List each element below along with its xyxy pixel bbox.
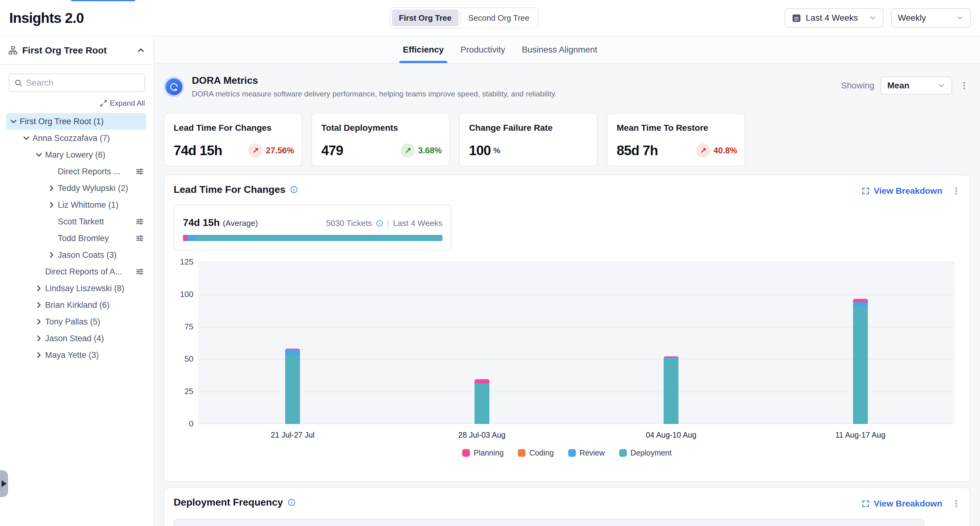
tree-item-label: Scott Tarkett — [58, 217, 104, 226]
tree-item-scott-tarkett[interactable]: Scott Tarkett — [6, 213, 146, 230]
legend-swatch — [568, 449, 576, 457]
chevron-right-icon[interactable] — [33, 282, 45, 295]
chevron-right-icon[interactable] — [33, 299, 45, 311]
info-icon[interactable] — [290, 185, 298, 194]
tree-item-jason-coats-3[interactable]: Jason Coats (3) — [6, 247, 146, 263]
tree-item-brian-kirkland-6[interactable]: Brian Kirkland (6) — [6, 297, 146, 313]
metric-card-bottom: 74d 15h↗27.56% — [173, 143, 294, 158]
tree-item-label: Brian Kirkland (6) — [45, 300, 110, 310]
filter-sliders-icon[interactable] — [135, 267, 146, 276]
average-value: 74d 15h — [183, 217, 220, 228]
tree-item-label: Jason Coats (3) — [58, 250, 117, 260]
chevron-right-icon[interactable] — [45, 199, 58, 211]
gridline-100 — [198, 295, 955, 295]
tree-item-label: Tony Pallas (5) — [45, 317, 100, 327]
sidebar-expand-handle[interactable] — [0, 470, 8, 497]
tabs: EfficiencyProductivityBusiness Alignment — [399, 37, 601, 63]
tree-item-mary-lowery-6[interactable]: Mary Lowery (6) — [6, 147, 146, 163]
org-chart-icon — [8, 45, 18, 55]
metric-card-value: 479 — [321, 143, 343, 158]
topbar-controls: Last 4 Weeks Weekly — [785, 8, 971, 27]
metric-card-total-deployments: Total Deployments479↗3.68% — [312, 113, 450, 166]
lead-time-kebab-menu-icon[interactable] — [950, 185, 962, 197]
chart-bar-21-jul-27-jul[interactable] — [285, 349, 300, 424]
app-root: Insights 2.0 First Org TreeSecond Org Tr… — [0, 0, 980, 526]
sidebar-collapse-chevron-icon[interactable] — [136, 46, 146, 55]
tree-item-jason-stead-4[interactable]: Jason Stead (4) — [6, 330, 146, 347]
tab-business-alignment[interactable]: Business Alignment — [518, 37, 601, 63]
chevron-down-icon — [956, 14, 964, 22]
metric-card-delta-value: 27.56% — [266, 146, 294, 155]
aggregation-select[interactable]: Mean — [881, 77, 952, 94]
expand-all-button[interactable]: Expand All — [9, 99, 145, 108]
bar-segment-review — [285, 349, 300, 355]
metric-card-delta: ↗40.8% — [696, 143, 737, 158]
legend-label: Deployment — [631, 448, 672, 457]
chevron-down-icon[interactable] — [33, 149, 45, 161]
deployment-kebab-menu-icon[interactable] — [950, 498, 962, 510]
tree-item-teddy-wylupski-2[interactable]: Teddy Wylupski (2) — [6, 180, 146, 196]
tree-item-todd-bromley[interactable]: Todd Bromley — [6, 230, 146, 247]
org-tree-toggle: First Org TreeSecond Org Tree — [390, 7, 539, 29]
expand-corners-icon — [861, 186, 870, 195]
filter-sliders-icon[interactable] — [135, 217, 146, 226]
deployment-frequency-panel: Deployment Frequency View Breakdown — [164, 488, 970, 526]
chart-bar-04-aug-10-aug[interactable] — [663, 356, 678, 424]
info-icon[interactable] — [376, 220, 383, 227]
y-tick-75: 75 — [169, 322, 193, 332]
bar-segment-planning — [474, 379, 489, 383]
tree-item-direct-reports[interactable]: Direct Reports ... — [6, 163, 146, 180]
view-breakdown-button[interactable]: View Breakdown — [861, 186, 942, 196]
tree-item-direct-reports-of-a[interactable]: Direct Reports of A... — [6, 263, 146, 280]
average-suffix: (Average) — [223, 218, 258, 228]
tree-item-lindsay-liszewski-8[interactable]: Lindsay Liszewski (8) — [6, 280, 146, 297]
legend-swatch — [518, 449, 525, 457]
lead-time-panel-actions: View Breakdown — [861, 185, 962, 197]
chevron-right-icon[interactable] — [45, 249, 58, 261]
chart-bar-28-jul-03-aug[interactable] — [474, 379, 489, 424]
tab-productivity[interactable]: Productivity — [457, 37, 509, 63]
tickets-count: 5030 Tickets — [326, 218, 372, 228]
tree-item-liz-whittome-1[interactable]: Liz Whittome (1) — [6, 196, 146, 213]
tree-item-tony-pallas-5[interactable]: Tony Pallas (5) — [6, 313, 146, 330]
chevron-down-icon[interactable] — [7, 115, 20, 128]
chevron-right-icon[interactable] — [33, 316, 45, 328]
tree-item-anna-scozzafava-7[interactable]: Anna Scozzafava (7) — [6, 130, 146, 147]
chart-bar-11-aug-17-aug[interactable] — [853, 299, 868, 424]
x-tick-28-jul-03-aug: 28 Jul-03 Aug — [433, 430, 531, 440]
distribution-segment-deployment — [197, 235, 442, 241]
chevron-right-icon[interactable] — [33, 349, 45, 361]
tree-item-label: Direct Reports ... — [58, 167, 121, 177]
bar-segment-deployment — [474, 384, 489, 424]
granularity-select[interactable]: Weekly — [891, 8, 971, 27]
chevron-right-icon[interactable] — [45, 182, 58, 194]
date-range-select[interactable]: Last 4 Weeks — [785, 8, 884, 27]
gridline-50 — [198, 359, 955, 360]
org-toggle-second-org-tree[interactable]: Second Org Tree — [461, 10, 536, 26]
expand-all-icon — [99, 99, 108, 107]
tree-item-first-org-tree-root-1[interactable]: First Org Tree Root (1) — [6, 113, 146, 130]
sidebar-title: First Org Tree Root — [22, 45, 132, 56]
chart-legend: PlanningCodingReviewDeployment — [164, 448, 969, 457]
tree-item-label: Teddy Wylupski (2) — [58, 183, 128, 193]
tree-item-label: Direct Reports of A... — [45, 267, 122, 277]
view-breakdown-button[interactable]: View Breakdown — [861, 499, 942, 509]
chevron-down-icon[interactable] — [20, 132, 32, 144]
search-box — [9, 73, 145, 92]
org-toggle-first-org-tree[interactable]: First Org Tree — [392, 10, 458, 26]
legend-item-planning: Planning — [462, 448, 504, 457]
legend-label: Review — [580, 448, 605, 457]
filter-sliders-icon[interactable] — [135, 167, 146, 176]
info-icon[interactable] — [287, 498, 296, 507]
filter-sliders-icon[interactable] — [135, 234, 146, 243]
chevron-down-icon — [869, 14, 877, 22]
chevron-right-icon[interactable] — [33, 332, 45, 344]
tree-item-maya-yette-3[interactable]: Maya Yette (3) — [6, 347, 146, 363]
metric-card-title: Change Failure Rate — [469, 123, 588, 133]
tab-efficiency[interactable]: Efficiency — [399, 37, 447, 63]
search-input[interactable] — [26, 78, 140, 88]
metric-card-value: 100 — [469, 143, 491, 158]
legend-label: Coding — [529, 448, 554, 457]
metric-card-title: Lead Time For Changes — [173, 123, 292, 133]
dora-kebab-menu-icon[interactable] — [958, 80, 970, 91]
